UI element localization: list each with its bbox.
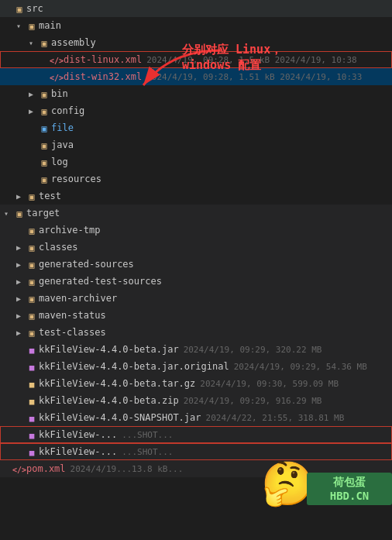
file-icon: ▣	[12, 208, 26, 219]
file-name[interactable]: generated-sources	[39, 259, 134, 270]
tree-item[interactable]: ▣resources	[0, 170, 392, 187]
tree-item[interactable]: ▶▣test	[0, 187, 392, 205]
file-name[interactable]: assembly	[51, 37, 96, 48]
expand-arrow[interactable]: ▾	[25, 39, 37, 47]
file-name[interactable]: dist-win32.xml	[64, 71, 142, 82]
file-meta: 2024/4/22, 21:55, 318.81 MB	[206, 413, 345, 423]
tree-item[interactable]: ▶▣classes	[0, 239, 392, 256]
file-name[interactable]: test	[39, 191, 61, 201]
expand-arrow[interactable]: ▶	[12, 277, 25, 286]
file-icon: ▣	[25, 293, 39, 304]
file-name[interactable]: src	[26, 3, 43, 14]
tree-item[interactable]: ▣java	[0, 136, 392, 153]
tree-item[interactable]: ■kkFileView-4.4.0-beta.jar2024/4/19, 09:…	[0, 341, 392, 358]
file-icon: ■	[25, 429, 39, 441]
file-name[interactable]: file	[51, 122, 74, 133]
file-name[interactable]: maven-archiver	[39, 293, 117, 304]
tree-item[interactable]: ▶▣maven-status	[0, 307, 392, 324]
tree-item[interactable]: ▶▣test-classes	[0, 324, 392, 341]
file-icon: ▣	[25, 327, 39, 339]
file-name[interactable]: generated-test-sources	[39, 276, 162, 287]
file-icon: ▣	[25, 276, 39, 287]
expand-arrow[interactable]: ▶	[12, 192, 25, 201]
file-name[interactable]: java	[51, 139, 74, 150]
file-icon: </>	[50, 54, 64, 66]
file-name[interactable]: config	[51, 105, 84, 116]
tree-item[interactable]: ■kkFileView-......SHOT...	[0, 443, 392, 460]
tree-item[interactable]: ■kkFileView-4.4.0-beta.tar.gz2024/4/19, …	[0, 375, 392, 392]
tree-item[interactable]: ▶▣maven-archiver	[0, 290, 392, 307]
expand-arrow[interactable]: ▶	[12, 294, 25, 303]
tree-item[interactable]: ■kkFileView-4.4.0-SNAPSHOT.jar2024/4/22,…	[0, 409, 392, 426]
tree-item[interactable]: ■kkFileView-......SHOT...	[0, 426, 392, 443]
expand-arrow[interactable]: ▶	[25, 107, 37, 115]
file-meta: 2024/4/19, 09:28, 1.51 kB 2024/4/19, 10:…	[146, 72, 362, 82]
file-icon: </>	[50, 71, 64, 83]
tree-item[interactable]: ▾▣main	[0, 17, 392, 34]
file-icon: ▣	[25, 310, 39, 322]
tree-item[interactable]: ▶▣generated-test-sources	[0, 273, 392, 290]
tree-item[interactable]: ■kkFileView-4.4.0-beta.zip2024/4/19, 09:…	[0, 392, 392, 409]
file-icon: ▣	[37, 37, 51, 49]
expand-arrow[interactable]: ▶	[12, 243, 25, 252]
tree-item[interactable]: ▣archive-tmp	[0, 222, 392, 239]
file-name[interactable]: kkFileView-...	[39, 429, 117, 440]
tree-item[interactable]: ▶▣generated-sources	[0, 256, 392, 273]
tree-item[interactable]: ▣log	[0, 153, 392, 170]
file-meta: ...SHOT...	[122, 447, 173, 457]
file-meta: 2024/4/19, 09:28, 1.5 kB 2024/4/19, 10:3…	[146, 55, 357, 65]
file-icon: ■	[25, 361, 39, 373]
expand-arrow[interactable]: ▶	[12, 260, 25, 269]
file-name[interactable]: kkFileView-4.4.0-beta.jar.original	[39, 361, 229, 372]
file-name[interactable]: kkFileView-4.4.0-SNAPSHOT.jar	[39, 412, 201, 423]
file-meta: ...SHOT...	[122, 430, 173, 440]
file-icon: ▣	[37, 156, 51, 168]
file-name[interactable]: archive-tmp	[39, 225, 100, 236]
file-meta: 2024/4/19...13.8 kB...	[70, 464, 184, 474]
tree-item[interactable]: </>dist-win32.xml2024/4/19, 09:28, 1.51 …	[0, 68, 392, 85]
file-icon: ■	[25, 344, 39, 356]
file-icon: ▣	[25, 242, 39, 253]
file-name[interactable]: kkFileView-4.4.0-beta.tar.gz	[39, 378, 195, 389]
file-meta: 2024/4/19, 09:29, 916.29 MB	[184, 396, 322, 406]
tree-item[interactable]: ▶▣config	[0, 102, 392, 119]
file-icon: ■	[25, 378, 39, 390]
tree-item[interactable]: ■kkFileView-4.4.0-beta.jar.original2024/…	[0, 358, 392, 375]
tree-item[interactable]: ▾▣assembly	[0, 34, 392, 51]
tree-item[interactable]: ▶▣bin	[0, 85, 392, 102]
tree-item[interactable]: ▣file	[0, 119, 392, 136]
tree-item[interactable]: </>dist-linux.xml2024/4/19, 09:28, 1.5 k…	[0, 51, 392, 68]
file-name[interactable]: kkFileView-4.4.0-beta.jar	[39, 344, 179, 355]
file-meta: 2024/4/19, 09:29, 320.22 MB	[184, 345, 322, 355]
file-icon: ▣	[37, 139, 51, 151]
tree-item[interactable]: ▾▣target	[0, 205, 392, 222]
file-name[interactable]: target	[26, 208, 60, 218]
file-icon: </>	[12, 463, 26, 475]
file-icon: ▣	[37, 122, 51, 134]
expand-arrow[interactable]: ▶	[25, 90, 37, 98]
file-name[interactable]: log	[51, 156, 68, 167]
tree-item[interactable]: </>pom.xml2024/4/19...13.8 kB...	[0, 460, 392, 477]
file-name[interactable]: test-classes	[39, 327, 106, 338]
file-icon: ▣	[37, 174, 51, 185]
file-name[interactable]: classes	[39, 242, 78, 253]
tree-item[interactable]: ▣src	[0, 0, 392, 17]
file-name[interactable]: bin	[51, 88, 68, 99]
file-name[interactable]: pom.xml	[26, 463, 66, 474]
file-icon: ▣	[25, 20, 39, 32]
expand-arrow[interactable]: ▶	[12, 328, 25, 337]
file-icon: ▣	[25, 259, 39, 270]
file-name[interactable]: main	[39, 20, 61, 31]
file-name[interactable]: maven-status	[39, 310, 106, 321]
file-icon: ■	[25, 446, 39, 458]
file-name[interactable]: resources	[51, 174, 101, 184]
file-name[interactable]: kkFileView-4.4.0-beta.zip	[39, 395, 179, 406]
file-meta: 2024/4/19, 09:30, 599.09 MB	[200, 379, 339, 389]
expand-arrow[interactable]: ▾	[12, 22, 25, 30]
file-icon: ▣	[37, 88, 51, 100]
expand-arrow[interactable]: ▶	[12, 311, 25, 320]
expand-arrow[interactable]: ▾	[0, 209, 12, 218]
file-name[interactable]: kkFileView-...	[39, 446, 117, 457]
file-icon: ▣	[12, 3, 26, 15]
file-name[interactable]: dist-linux.xml	[64, 54, 142, 65]
